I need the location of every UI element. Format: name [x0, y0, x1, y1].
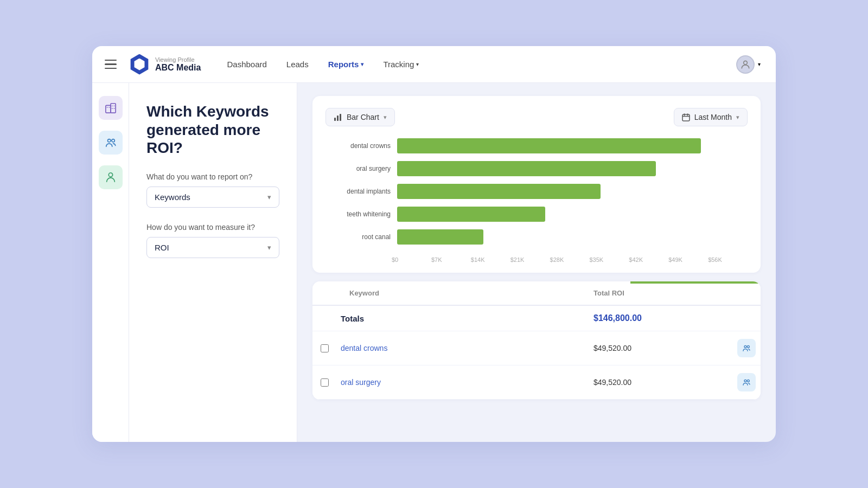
- avatar: [736, 55, 755, 74]
- logo[interactable]: Viewing Profile ABC Media: [129, 54, 201, 75]
- row-roi: $49,520.00: [580, 370, 732, 394]
- table-header: Keyword Total ROI: [312, 281, 761, 306]
- axis-label: $28K: [550, 256, 590, 263]
- bar-track: [397, 207, 742, 222]
- date-chevron-icon: ▾: [736, 114, 739, 121]
- bar-row: teeth whitening: [331, 207, 742, 222]
- date-filter-label: Last Month: [694, 113, 732, 121]
- app-window: Viewing Profile ABC Media Dashboard Lead…: [92, 46, 776, 442]
- axis-label: $49K: [668, 256, 708, 263]
- data-table: Keyword Total ROI Totals $146,800.00 den…: [312, 281, 761, 400]
- nav-item-tracking[interactable]: Tracking ▾: [383, 60, 419, 69]
- bar-track: [397, 229, 742, 245]
- svg-rect-14: [340, 114, 341, 121]
- user-menu[interactable]: ▾: [736, 55, 761, 74]
- calendar-icon: [682, 113, 690, 121]
- tracking-chevron-icon: ▾: [416, 61, 419, 67]
- row-action[interactable]: [732, 331, 761, 365]
- totals-action: [732, 311, 761, 326]
- svg-rect-13: [337, 115, 339, 121]
- bar-track: [397, 184, 742, 199]
- question-measure: How do you want to measure it?: [146, 223, 279, 232]
- nav-label-leads: Leads: [286, 60, 309, 69]
- table-body: dental crowns $49,520.00 oral surgery $4…: [312, 331, 761, 400]
- measure-select[interactable]: ROI ▾: [146, 237, 279, 258]
- header: Viewing Profile ABC Media Dashboard Lead…: [92, 46, 776, 83]
- chart-type-label: Bar Chart: [347, 113, 379, 121]
- svg-point-21: [744, 380, 746, 382]
- sidebar-item-person[interactable]: [99, 165, 123, 189]
- row-action-button[interactable]: [737, 373, 756, 391]
- row-keyword[interactable]: dental crowns: [336, 336, 580, 360]
- left-panel: Which Keywords generated more ROI? What …: [129, 83, 297, 442]
- nav-item-leads[interactable]: Leads: [286, 60, 309, 69]
- main-layout: Which Keywords generated more ROI? What …: [92, 83, 776, 442]
- axis-label: $42K: [629, 256, 668, 263]
- chart-card: Bar Chart ▾ Last Month ▾: [312, 96, 761, 273]
- row-checkbox[interactable]: [321, 344, 329, 352]
- measure-chevron-icon: ▾: [267, 243, 271, 252]
- user-chevron-icon: ▾: [758, 61, 761, 67]
- svg-rect-15: [682, 114, 690, 121]
- bar-label: oral surgery: [331, 165, 391, 172]
- bar-fill: [397, 229, 483, 245]
- reports-chevron-icon: ▾: [361, 61, 363, 67]
- date-filter-button[interactable]: Last Month ▾: [674, 108, 748, 126]
- axis-label: $7K: [431, 256, 471, 263]
- sidebar-item-users[interactable]: [99, 131, 123, 155]
- report-on-value: Keywords: [155, 192, 190, 202]
- svg-point-19: [744, 345, 746, 348]
- bar-fill: [397, 184, 601, 199]
- users-icon: [742, 378, 751, 387]
- svg-point-11: [108, 173, 112, 177]
- bar-row: root canal: [331, 229, 742, 245]
- table-totals-row: Totals $146,800.00: [312, 306, 761, 331]
- report-on-chevron-icon: ▾: [267, 193, 271, 201]
- sidebar-item-buildings[interactable]: [99, 96, 123, 120]
- table-row: dental crowns $49,520.00: [312, 331, 761, 365]
- main-nav: Dashboard Leads Reports ▾ Tracking ▾: [227, 60, 736, 69]
- bar-track: [397, 161, 742, 176]
- chart-type-chevron-icon: ▾: [384, 114, 387, 121]
- bar-label: teeth whitening: [331, 210, 391, 218]
- logo-hex-icon: [129, 54, 150, 75]
- users-icon: [742, 344, 751, 352]
- axis-label: $0: [392, 256, 431, 263]
- svg-point-20: [747, 345, 749, 348]
- row-action[interactable]: [732, 365, 761, 399]
- svg-rect-1: [105, 105, 110, 113]
- svg-point-10: [111, 139, 114, 143]
- bar-fill: [397, 138, 701, 153]
- axis-label: $35K: [589, 256, 629, 263]
- sidebar: [92, 83, 129, 442]
- bar-label: dental crowns: [331, 142, 391, 150]
- bar-fill: [397, 207, 545, 222]
- bar-label: dental implants: [331, 188, 391, 195]
- bar-fill: [397, 161, 656, 176]
- axis-label: $14K: [471, 256, 510, 263]
- report-on-select[interactable]: Keywords ▾: [146, 187, 279, 208]
- axis-label: $56K: [708, 256, 748, 263]
- row-action-button[interactable]: [737, 339, 756, 357]
- bar-axis: $0$7K$14K$21K$28K$35K$42K$49K$56K: [392, 252, 748, 263]
- totals-check: [312, 311, 336, 326]
- bar-track: [397, 138, 742, 153]
- row-keyword[interactable]: oral surgery: [336, 370, 580, 394]
- axis-label: $21K: [510, 256, 550, 263]
- hamburger-menu[interactable]: [92, 46, 129, 83]
- chart-toolbar: Bar Chart ▾ Last Month ▾: [326, 108, 748, 126]
- nav-item-dashboard[interactable]: Dashboard: [227, 60, 266, 69]
- nav-label-dashboard: Dashboard: [227, 60, 266, 69]
- row-checkbox-cell[interactable]: [312, 371, 336, 394]
- question-report-on: What do you want to report on?: [146, 172, 279, 181]
- totals-value: $146,800.00: [580, 306, 732, 331]
- nav-item-reports[interactable]: Reports ▾: [328, 60, 364, 69]
- company-name: ABC Media: [155, 63, 201, 73]
- row-checkbox-cell[interactable]: [312, 337, 336, 360]
- totals-label: Totals: [336, 306, 580, 331]
- svg-point-9: [107, 139, 111, 143]
- bar-row: dental implants: [331, 184, 742, 199]
- row-checkbox[interactable]: [321, 378, 329, 387]
- chart-type-button[interactable]: Bar Chart ▾: [326, 108, 395, 126]
- bar-chart: dental crowns oral surgery dental implan…: [326, 138, 748, 245]
